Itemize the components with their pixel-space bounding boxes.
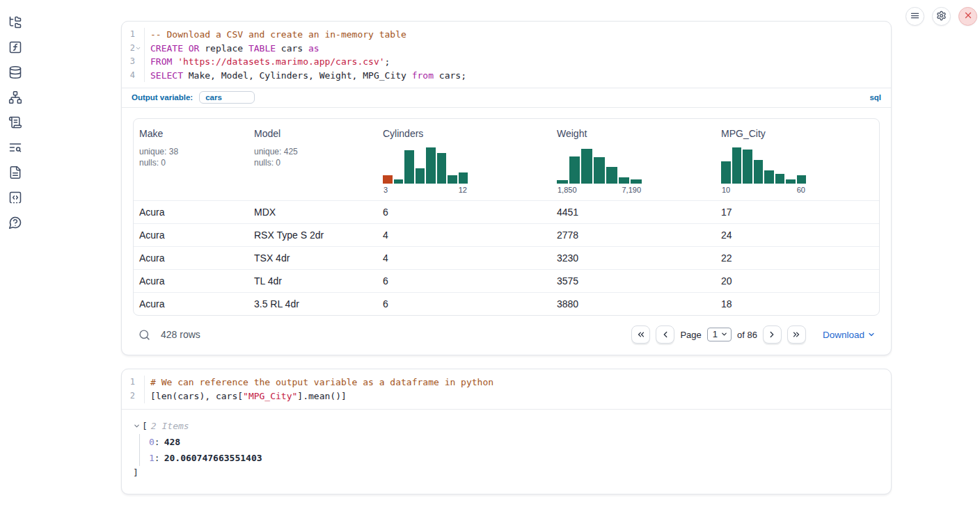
- histogram-bar[interactable]: [743, 150, 752, 184]
- code-line[interactable]: 1# We can reference the output variable …: [122, 376, 891, 389]
- histogram-bar[interactable]: [721, 161, 731, 184]
- histogram-bar[interactable]: [631, 179, 642, 184]
- histogram-bar[interactable]: [459, 172, 468, 184]
- line-number-gutter: 3: [122, 55, 145, 69]
- histogram-bar[interactable]: [404, 150, 414, 184]
- histogram-bar[interactable]: [775, 174, 785, 184]
- chevron-down-icon: [867, 330, 876, 339]
- table-row[interactable]: AcuraTL 4dr6357520: [134, 269, 879, 292]
- tree-item-value: 20.060747663551403: [164, 453, 262, 463]
- code-token: 'https://datasets.marimo.app/cars.csv': [177, 56, 384, 67]
- code-text: FROM 'https://datasets.marimo.app/cars.c…: [145, 55, 390, 69]
- code-token: CREATE: [150, 43, 183, 54]
- code-token: from: [412, 70, 434, 81]
- code-line[interactable]: 2CREATE OR replace TABLE cars as: [122, 42, 891, 56]
- tree-item[interactable]: 0:428: [149, 434, 880, 450]
- code-token: replace: [199, 43, 248, 54]
- hamburger-icon: [910, 10, 920, 23]
- histogram-bar[interactable]: [619, 177, 630, 184]
- line-number: 2: [130, 389, 135, 403]
- prev-page-button[interactable]: [656, 325, 674, 344]
- histogram: [721, 146, 806, 184]
- chevrons-right-icon: [791, 330, 801, 339]
- search-icon[interactable]: [139, 329, 150, 341]
- logs-icon[interactable]: [8, 140, 22, 154]
- column-stat: nulls: 0: [254, 157, 377, 168]
- variables-icon[interactable]: [8, 40, 22, 54]
- histogram-bar[interactable]: [797, 175, 807, 184]
- histogram-bar[interactable]: [569, 156, 580, 184]
- settings-button[interactable]: [932, 7, 951, 26]
- column-name: Cylinders: [383, 128, 551, 139]
- code-token: -- Download a CSV and create an in-memor…: [150, 29, 406, 40]
- column-header[interactable]: Makeunique: 38nulls: 0: [134, 128, 248, 194]
- documentation-icon[interactable]: [8, 166, 22, 179]
- histogram-max-label: 7,190: [622, 186, 641, 194]
- table-cell: Acura: [134, 230, 248, 241]
- column-name: Model: [254, 128, 377, 139]
- code-line[interactable]: 4SELECT Make, Model, Cylinders, Weight, …: [122, 69, 891, 83]
- dependency-graph-icon[interactable]: [8, 90, 22, 104]
- scratchpad-icon[interactable]: [8, 115, 22, 129]
- histogram-bar[interactable]: [394, 179, 404, 184]
- histogram-bar[interactable]: [426, 147, 436, 184]
- close-icon: [963, 10, 973, 22]
- menu-button[interactable]: [906, 7, 924, 26]
- line-number-gutter: 2: [122, 389, 145, 403]
- histogram-bar[interactable]: [557, 180, 568, 184]
- fold-spacer: [135, 31, 142, 38]
- sql-code-editor[interactable]: 1-- Download a CSV and create an in-memo…: [122, 22, 891, 88]
- table-row[interactable]: AcuraRSX Type S 2dr4277824: [134, 223, 879, 246]
- column-stat: nulls: 0: [139, 157, 248, 168]
- items-count-label: 2 Items: [151, 419, 189, 434]
- next-page-button[interactable]: [763, 325, 782, 344]
- code-token: cars;: [434, 70, 466, 81]
- code-token: cars: [276, 43, 308, 54]
- chevron-down-icon[interactable]: [133, 422, 141, 430]
- tree-item[interactable]: 1:20.060747663551403: [149, 450, 880, 466]
- histogram-bar[interactable]: [786, 179, 796, 184]
- histogram-bar[interactable]: [764, 170, 774, 184]
- sidebar: [0, 0, 31, 230]
- column-header[interactable]: Modelunique: 425nulls: 0: [248, 128, 377, 194]
- fold-chevron-icon[interactable]: [135, 45, 142, 51]
- snippets-icon[interactable]: [8, 191, 22, 204]
- histogram-bar[interactable]: [594, 157, 605, 184]
- table-row[interactable]: AcuraMDX6445117: [134, 200, 879, 223]
- help-icon[interactable]: [8, 216, 22, 230]
- table-cell: Acura: [134, 207, 248, 218]
- datasources-icon[interactable]: [8, 65, 22, 79]
- histogram-bar[interactable]: [732, 147, 742, 184]
- histogram-bar[interactable]: [581, 149, 592, 184]
- histogram-bar[interactable]: [383, 175, 393, 184]
- code-text: SELECT Make, Model, Cylinders, Weight, M…: [145, 69, 466, 83]
- file-explorer-icon[interactable]: [8, 15, 22, 29]
- histogram-max-label: 60: [797, 186, 805, 194]
- page-select[interactable]: 1: [707, 328, 732, 341]
- output-variable-input[interactable]: [199, 91, 255, 104]
- python-code-editor[interactable]: 1# We can reference the output variable …: [122, 369, 891, 408]
- histogram-bar[interactable]: [606, 167, 617, 184]
- column-header[interactable]: Cylinders312: [377, 128, 551, 194]
- table-cell: Acura: [134, 298, 248, 309]
- shutdown-button[interactable]: [958, 7, 977, 26]
- code-line[interactable]: 1-- Download a CSV and create an in-memo…: [122, 28, 891, 42]
- table-row[interactable]: AcuraTSX 4dr4323022: [134, 246, 879, 269]
- language-badge[interactable]: sql: [869, 93, 881, 102]
- code-line[interactable]: 2[len(cars), cars["MPG_City"].mean()]: [122, 389, 891, 403]
- first-page-button[interactable]: [631, 325, 650, 344]
- tree-item-key: 0: [149, 437, 155, 447]
- last-page-button[interactable]: [787, 325, 806, 344]
- column-header[interactable]: MPG_City1060: [716, 128, 879, 194]
- code-token: TABLE: [248, 43, 276, 54]
- code-line[interactable]: 3FROM 'https://datasets.marimo.app/cars.…: [122, 55, 891, 69]
- download-button[interactable]: Download: [823, 330, 876, 340]
- table-row[interactable]: Acura3.5 RL 4dr6388018: [134, 292, 879, 315]
- histogram-bar[interactable]: [437, 153, 447, 184]
- histogram-bar[interactable]: [754, 160, 764, 184]
- column-header[interactable]: Weight1,8507,190: [551, 128, 716, 194]
- column-stats: unique: 425nulls: 0: [254, 146, 377, 168]
- code-token: FROM: [150, 56, 172, 67]
- histogram-bar[interactable]: [448, 175, 457, 184]
- histogram-bar[interactable]: [416, 168, 425, 184]
